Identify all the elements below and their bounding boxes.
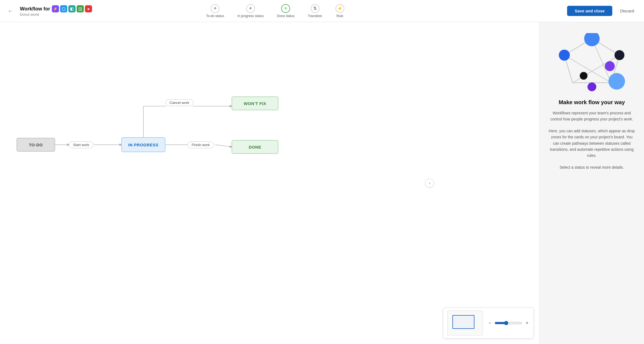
discard-button[interactable]: Discard: [616, 6, 638, 16]
todo-status-label: To-do status: [206, 14, 224, 18]
app-icon-green: ◫: [77, 5, 84, 12]
wontfix-label: WON'T FIX: [244, 101, 266, 106]
done-status-label: Done status: [277, 14, 294, 18]
transition-icon: ⇅: [311, 4, 320, 13]
svg-point-17: [587, 82, 596, 91]
app-icon-teal: ◧: [68, 5, 76, 12]
zoom-slider[interactable]: [495, 321, 522, 325]
inprogress-status-label: In progress status: [237, 14, 264, 18]
toolbar-transition[interactable]: ⇅ Transition: [302, 2, 328, 20]
done-status-icon: +: [281, 4, 290, 13]
svg-point-16: [608, 73, 625, 90]
toolbar-rule[interactable]: ⚡ Rule: [330, 2, 350, 20]
svg-point-15: [559, 50, 570, 61]
wontfix-node[interactable]: WON'T FIX: [232, 96, 278, 110]
startwork-label: Start work: [73, 143, 89, 147]
mini-map[interactable]: [447, 311, 483, 335]
todo-status-icon: +: [211, 4, 219, 13]
svg-line-6: [215, 145, 232, 147]
header-subtitle: Donut world: [20, 12, 92, 17]
rule-icon: ⚡: [336, 4, 344, 13]
finishwork-label: Finish work: [192, 143, 210, 147]
collapse-panel-button[interactable]: ›: [425, 179, 434, 187]
zoom-controls: − +: [443, 308, 534, 338]
inprogress-label: IN PROGRESS: [128, 143, 159, 147]
svg-point-13: [605, 61, 615, 71]
header-title: Workflow for ⚡ ▢ ◧ ◫ ●: [20, 5, 92, 12]
main-layout: TO-DO Start work IN PROGRESS Cancel work…: [0, 22, 644, 344]
title-prefix: Workflow for: [20, 6, 50, 12]
canvas-area[interactable]: TO-DO Start work IN PROGRESS Cancel work…: [0, 22, 539, 344]
save-close-button[interactable]: Save and close: [567, 6, 612, 16]
back-button[interactable]: ←: [6, 6, 15, 16]
finishwork-transition[interactable]: Finish work: [187, 141, 214, 148]
panel-desc3: Select a status to reveal more details.: [560, 164, 624, 170]
app-icon-purple: ⚡: [52, 5, 59, 12]
toolbar-todo-status[interactable]: + To-do status: [201, 2, 230, 20]
cancelwork-label: Cancel work: [170, 101, 189, 105]
right-panel: Make work flow your way Workflows repres…: [539, 22, 644, 344]
network-illustration: [556, 33, 628, 94]
panel-heading: Make work flow your way: [559, 99, 625, 106]
svg-point-14: [580, 72, 587, 80]
app-icon-red: ●: [85, 5, 92, 12]
inprogress-status-icon: +: [246, 4, 255, 13]
header-toolbar: + To-do status + In progress status + Do…: [201, 2, 350, 20]
header-title-block: Workflow for ⚡ ▢ ◧ ◫ ● Donut world: [20, 5, 92, 17]
app-header: ← Workflow for ⚡ ▢ ◧ ◫ ● Donut world + T…: [0, 0, 644, 22]
todo-label: TO-DO: [29, 143, 43, 147]
done-node[interactable]: DONE: [232, 140, 278, 154]
done-label: DONE: [249, 145, 261, 149]
zoom-out-button[interactable]: −: [487, 320, 493, 327]
svg-point-12: [615, 50, 624, 60]
svg-point-11: [584, 33, 600, 46]
cancelwork-transition[interactable]: Cancel work: [165, 99, 194, 106]
panel-desc2: Here, you can add statuses, which appear…: [548, 128, 636, 159]
mini-map-viewport: [452, 315, 474, 329]
panel-desc1: Workflows represent your team's process …: [548, 110, 636, 122]
workflow-connections: [0, 22, 539, 344]
startwork-transition[interactable]: Start work: [69, 141, 93, 148]
rule-label: Rule: [336, 14, 343, 18]
toolbar-done-status[interactable]: + Done status: [271, 2, 300, 20]
transition-label: Transition: [308, 14, 322, 18]
app-icon-blue: ▢: [60, 5, 67, 12]
inprogress-node[interactable]: IN PROGRESS: [121, 137, 165, 152]
toolbar-inprogress-status[interactable]: + In progress status: [232, 2, 269, 20]
todo-node[interactable]: TO-DO: [17, 138, 55, 152]
zoom-in-button[interactable]: +: [524, 320, 530, 327]
app-icons: ⚡ ▢ ◧ ◫ ●: [52, 5, 92, 12]
header-actions: Save and close Discard: [567, 6, 638, 16]
